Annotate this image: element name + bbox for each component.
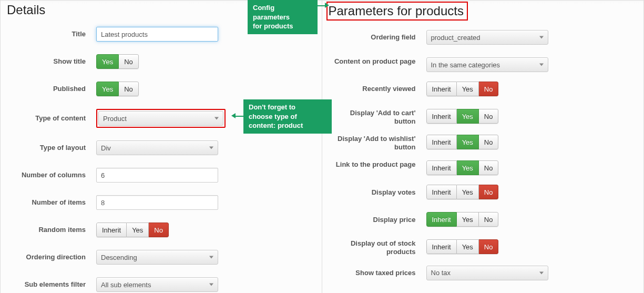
- label-type-layout: Type of layout: [11, 144, 96, 152]
- display-price-toggle[interactable]: Inherit Yes No: [426, 212, 499, 227]
- label-wishlist: Display 'Add to wishlist' button: [333, 135, 426, 151]
- annotation-arrow-head-2: [231, 113, 236, 118]
- label-num-items: Number of items: [11, 198, 96, 207]
- btn-no[interactable]: No: [479, 109, 499, 124]
- btn-inherit[interactable]: Inherit: [426, 82, 457, 96]
- recently-viewed-toggle[interactable]: Inherit Yes No: [426, 82, 499, 96]
- sub-elements-select[interactable]: All sub elements: [96, 277, 218, 292]
- sub-elements-value: All sub elements: [101, 281, 151, 289]
- btn-yes[interactable]: Yes: [96, 82, 119, 96]
- btn-inherit[interactable]: Inherit: [426, 109, 457, 124]
- content-page-value: In the same categories: [431, 61, 500, 69]
- btn-inherit[interactable]: Inherit: [96, 223, 127, 237]
- wishlist-toggle[interactable]: Inherit Yes No: [426, 135, 499, 149]
- label-title: Title: [11, 30, 96, 38]
- ordering-field-select[interactable]: product_created: [426, 30, 548, 45]
- label-type-content: Type of content: [11, 114, 96, 123]
- chevron-down-icon: [539, 271, 544, 274]
- label-random-items: Random items: [11, 226, 96, 234]
- label-display-price: Display price: [333, 216, 426, 224]
- annotation-arrow-head: [325, 3, 329, 8]
- taxed-value: No tax: [431, 269, 451, 277]
- btn-yes[interactable]: Yes: [457, 160, 479, 175]
- panel-title-parameters: Parameters for products: [329, 4, 464, 18]
- btn-inherit[interactable]: Inherit: [426, 160, 457, 175]
- annotation-text: Don't forget to choose type of content: …: [249, 103, 303, 129]
- label-taxed: Show taxed prices: [333, 269, 426, 277]
- type-content-select[interactable]: Product: [98, 111, 223, 126]
- chevron-down-icon: [539, 64, 544, 66]
- show-title-toggle[interactable]: Yes No: [96, 54, 139, 69]
- label-content-page: Content on product page: [333, 57, 426, 66]
- type-layout-value: Div: [101, 144, 111, 152]
- label-display-oos: Display out of stock products: [333, 239, 426, 256]
- annotation-arrow-line: [318, 5, 325, 6]
- num-cols-input[interactable]: [96, 168, 218, 183]
- chevron-down-icon: [539, 36, 544, 39]
- content-page-select[interactable]: In the same categories: [426, 57, 548, 72]
- label-recently-viewed: Recently viewed: [333, 85, 426, 93]
- annotation-type-content: Don't forget to choose type of content: …: [243, 99, 332, 134]
- btn-inherit[interactable]: Inherit: [426, 185, 457, 199]
- btn-no[interactable]: No: [479, 212, 499, 227]
- btn-no[interactable]: No: [479, 82, 499, 96]
- btn-inherit[interactable]: Inherit: [426, 212, 457, 227]
- btn-yes[interactable]: Yes: [457, 185, 479, 199]
- btn-yes[interactable]: Yes: [457, 82, 479, 96]
- btn-yes[interactable]: Yes: [457, 109, 479, 124]
- btn-no[interactable]: No: [479, 185, 499, 199]
- annotation-config-params: Config parameters for products: [248, 0, 318, 34]
- chevron-down-icon: [214, 117, 219, 120]
- label-show-title: Show title: [11, 57, 96, 66]
- btn-yes[interactable]: Yes: [457, 135, 479, 149]
- title-input[interactable]: [96, 27, 218, 42]
- label-num-cols: Number of columns: [11, 171, 96, 179]
- link-page-toggle[interactable]: Inherit Yes No: [426, 160, 499, 175]
- display-votes-toggle[interactable]: Inherit Yes No: [426, 185, 499, 199]
- label-ordering-direction: Ordering direction: [11, 253, 96, 261]
- label-ordering-field: Ordering field: [333, 33, 426, 42]
- btn-no[interactable]: No: [479, 160, 499, 175]
- btn-inherit[interactable]: Inherit: [426, 239, 457, 254]
- type-layout-select[interactable]: Div: [96, 140, 218, 155]
- ordering-direction-select[interactable]: Descending: [96, 250, 218, 265]
- chevron-down-icon: [209, 147, 213, 149]
- label-link-page: Link to the product page: [333, 160, 426, 169]
- btn-no[interactable]: No: [149, 223, 169, 237]
- label-published: Published: [11, 85, 96, 93]
- add-to-cart-toggle[interactable]: Inherit Yes No: [426, 109, 499, 124]
- chevron-down-icon: [209, 284, 213, 286]
- details-panel: Details Title Show title Yes No Publishe…: [0, 1, 322, 293]
- ordering-field-value: product_created: [431, 34, 481, 42]
- chevron-down-icon: [209, 256, 213, 259]
- random-items-toggle[interactable]: Inherit Yes No: [96, 223, 169, 237]
- annotation-arrow-line-2: [236, 116, 243, 117]
- btn-no[interactable]: No: [479, 135, 499, 149]
- btn-inherit[interactable]: Inherit: [426, 135, 457, 149]
- btn-no[interactable]: No: [119, 82, 139, 96]
- label-add-to-cart: Display 'Add to cart' button: [333, 109, 426, 125]
- num-items-input[interactable]: [96, 195, 218, 210]
- label-sub-elements: Sub elements filter: [11, 280, 96, 289]
- taxed-select[interactable]: No tax: [426, 266, 548, 280]
- btn-no[interactable]: No: [479, 239, 499, 254]
- label-display-votes: Display votes: [333, 188, 426, 197]
- published-toggle[interactable]: Yes No: [96, 82, 139, 96]
- type-content-highlight: Product: [96, 109, 226, 128]
- btn-yes[interactable]: Yes: [457, 212, 479, 227]
- display-oos-toggle[interactable]: Inherit Yes No: [426, 239, 499, 254]
- btn-yes[interactable]: Yes: [457, 239, 479, 254]
- btn-no[interactable]: No: [119, 54, 139, 69]
- btn-yes[interactable]: Yes: [96, 54, 119, 69]
- parameters-title-highlight: Parameters for products: [326, 2, 468, 21]
- type-content-value: Product: [103, 115, 127, 123]
- btn-yes[interactable]: Yes: [127, 223, 149, 237]
- annotation-text: Config parameters for products: [253, 4, 293, 30]
- ordering-direction-value: Descending: [101, 254, 137, 261]
- parameters-panel: Parameters for products Ordering field p…: [322, 1, 645, 293]
